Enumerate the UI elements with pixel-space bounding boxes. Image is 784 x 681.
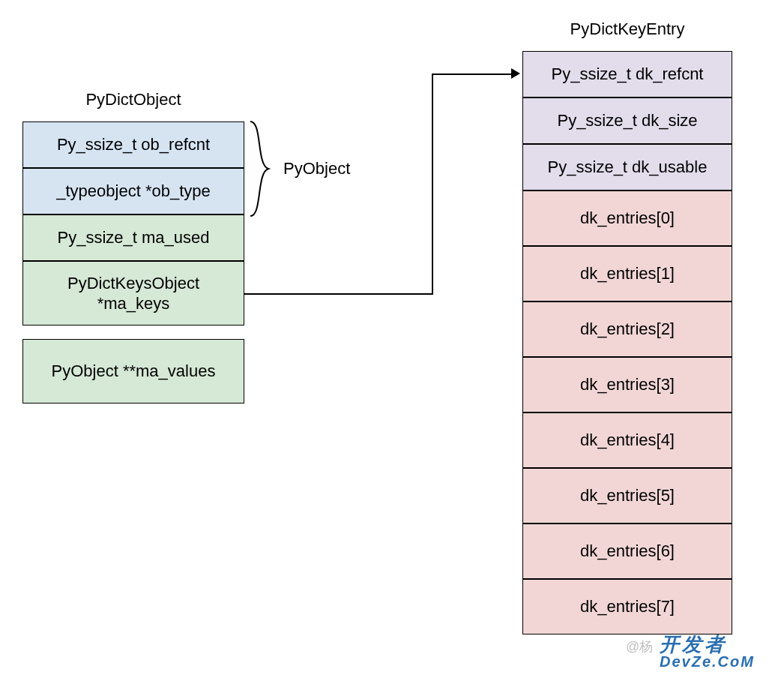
field-dk-entries-3: dk_entries[3] [522, 357, 732, 412]
field-ob-refcnt: Py_ssize_t ob_refcnt [22, 122, 244, 168]
field-dk-entries-6: dk_entries[6] [522, 524, 732, 579]
field-dk-usable: Py_ssize_t dk_usable [522, 144, 732, 190]
watermark-brand: 开发者 DevZe.CoM [660, 634, 755, 669]
field-dk-entries-2: dk_entries[2] [522, 302, 732, 357]
field-ma-keys: PyDictKeysObject *ma_keys [22, 261, 244, 326]
watermark-brand-top: 开发者 [660, 634, 755, 654]
field-dk-size: Py_ssize_t dk_size [522, 98, 732, 144]
right-struct-title: PyDictKeyEntry [522, 20, 732, 39]
field-ob-type: _typeobject *ob_type [22, 168, 244, 214]
arrow-segment-h1 [244, 293, 432, 295]
brace-label: PyObject [283, 159, 350, 178]
arrow-segment-v [432, 74, 433, 295]
field-ma-values: PyObject **ma_values [22, 339, 244, 404]
field-dk-entries-0: dk_entries[0] [522, 190, 732, 246]
watermark-brand-bottom: DevZe.CoM [660, 654, 755, 669]
field-dk-refcnt: Py_ssize_t dk_refcnt [522, 51, 732, 98]
field-dk-entries-5: dk_entries[5] [522, 468, 732, 524]
field-ma-used: Py_ssize_t ma_used [22, 214, 244, 261]
brace-pyobject [247, 118, 277, 219]
arrow-head [511, 68, 520, 79]
watermark-at: @杨 [626, 638, 653, 656]
field-dk-entries-7: dk_entries[7] [522, 579, 732, 634]
arrow-segment-h2 [432, 74, 514, 75]
field-dk-entries-1: dk_entries[1] [522, 246, 732, 302]
left-struct-title: PyDictObject [22, 90, 244, 110]
field-dk-entries-4: dk_entries[4] [522, 412, 732, 468]
